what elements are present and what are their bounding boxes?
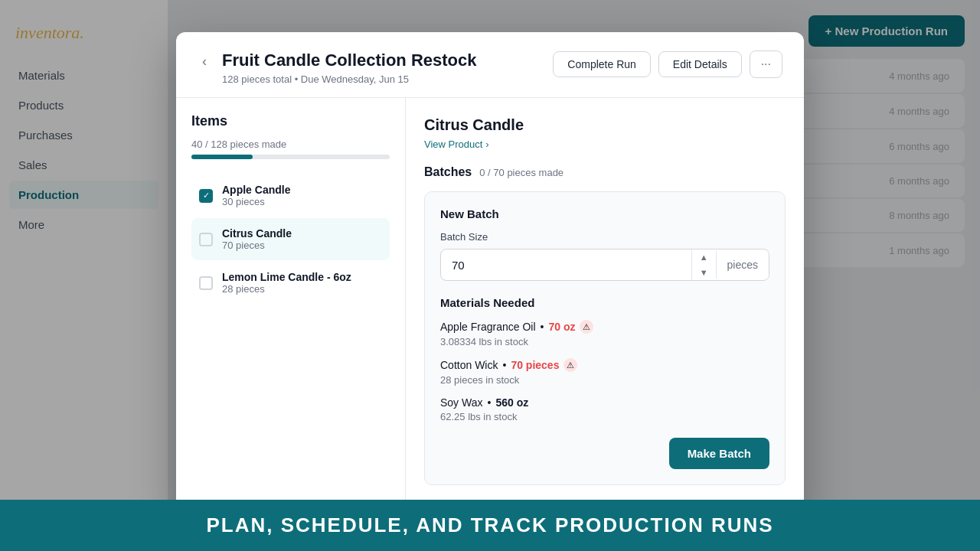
item-name-lemon-lime-candle: Lemon Lime Candle - 6oz bbox=[222, 271, 351, 283]
modal-header: ‹ Fruit Candle Collection Restock 128 pi… bbox=[176, 32, 804, 98]
modal-subtitle: 128 pieces total • Due Wednesday, Jun 15 bbox=[222, 73, 477, 85]
materials-title: Materials Needed bbox=[440, 296, 769, 309]
view-product-link[interactable]: View Product › bbox=[424, 139, 489, 150]
new-batch-title: New Batch bbox=[440, 207, 769, 220]
complete-run-button[interactable]: Complete Run bbox=[553, 51, 651, 77]
item-pieces-lemon-lime-candle: 28 pieces bbox=[222, 283, 351, 295]
stepper-up-button[interactable]: ▲ bbox=[692, 249, 716, 265]
item-row-lemon-lime-candle[interactable]: Lemon Lime Candle - 6oz 28 pieces bbox=[191, 262, 390, 304]
item-name-apple-candle: Apple Candle bbox=[222, 184, 290, 196]
modal-title: Fruit Candle Collection Restock bbox=[222, 51, 477, 70]
material-row-soy-wax: Soy Wax • 560 oz 62.25 lbs in stock bbox=[440, 396, 769, 422]
product-title: Citrus Candle bbox=[424, 116, 786, 134]
items-progress-bar-bg bbox=[191, 155, 390, 159]
item-checkbox-lemon-lime-candle[interactable] bbox=[199, 276, 213, 290]
items-panel-title: Items bbox=[191, 113, 390, 129]
item-pieces-apple-candle: 30 pieces bbox=[222, 196, 290, 207]
item-pieces-citrus-candle: 70 pieces bbox=[222, 240, 292, 251]
material-stock-soy-wax: 62.25 lbs in stock bbox=[440, 411, 769, 422]
bottom-banner: PLAN, SCHEDULE, AND TRACK PRODUCTION RUN… bbox=[0, 500, 980, 551]
item-list: ✓ Apple Candle 30 pieces Citrus Candle 7… bbox=[191, 174, 390, 304]
make-batch-button[interactable]: Make Batch bbox=[669, 438, 769, 469]
right-panel: Citrus Candle View Product › Batches 0 /… bbox=[406, 98, 804, 519]
back-button[interactable]: ‹ bbox=[198, 52, 211, 71]
material-stock-apple-fragrance: 3.08334 lbs in stock bbox=[440, 336, 769, 347]
batch-size-unit: pieces bbox=[716, 251, 769, 279]
modal-header-actions: Complete Run Edit Details ··· bbox=[553, 51, 782, 78]
item-row-apple-candle[interactable]: ✓ Apple Candle 30 pieces bbox=[191, 174, 390, 217]
edit-details-button[interactable]: Edit Details bbox=[658, 51, 742, 77]
batches-label: Batches bbox=[424, 165, 472, 179]
items-progress-label: 40 / 128 pieces made bbox=[191, 139, 390, 150]
material-row-cotton-wick: Cotton Wick • 70 pieces ⚠ 28 pieces in s… bbox=[440, 358, 769, 386]
material-stock-cotton-wick: 28 pieces in stock bbox=[440, 374, 769, 386]
batch-size-label: Batch Size bbox=[440, 231, 769, 243]
new-batch-card: New Batch Batch Size ▲ ▼ pieces Material… bbox=[424, 191, 786, 485]
modal-header-left: ‹ Fruit Candle Collection Restock 128 pi… bbox=[198, 51, 477, 85]
item-checkbox-apple-candle[interactable]: ✓ bbox=[199, 189, 213, 203]
batch-size-input-row: ▲ ▼ pieces bbox=[440, 249, 769, 281]
material-row-apple-fragrance-oil: Apple Fragrance Oil • 70 oz ⚠ 3.08334 lb… bbox=[440, 320, 769, 347]
production-run-modal: ‹ Fruit Candle Collection Restock 128 pi… bbox=[176, 32, 804, 519]
batch-size-input[interactable] bbox=[441, 251, 691, 279]
item-name-citrus-candle: Citrus Candle bbox=[222, 227, 292, 240]
batch-size-stepper: ▲ ▼ bbox=[691, 249, 716, 280]
item-row-citrus-candle[interactable]: Citrus Candle 70 pieces bbox=[191, 218, 390, 260]
batches-progress: 0 / 70 pieces made bbox=[479, 167, 564, 178]
batches-header: Batches 0 / 70 pieces made bbox=[424, 165, 786, 179]
modal-overlay: ‹ Fruit Candle Collection Restock 128 pi… bbox=[0, 0, 980, 551]
items-progress-bar-fill bbox=[191, 155, 253, 159]
more-options-button[interactable]: ··· bbox=[750, 51, 782, 78]
stepper-down-button[interactable]: ▼ bbox=[692, 265, 716, 280]
warning-icon-apple-fragrance: ⚠ bbox=[580, 320, 593, 334]
item-checkbox-citrus-candle[interactable] bbox=[199, 233, 213, 246]
make-batch-row: Make Batch bbox=[440, 438, 769, 469]
modal-body: Items 40 / 128 pieces made ✓ Apple Candl… bbox=[176, 98, 804, 519]
items-panel: Items 40 / 128 pieces made ✓ Apple Candl… bbox=[176, 98, 406, 519]
warning-icon-cotton-wick: ⚠ bbox=[564, 358, 577, 372]
